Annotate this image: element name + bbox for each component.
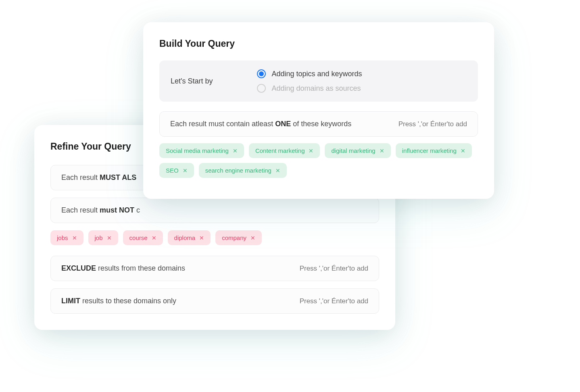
close-icon[interactable]: ✕ [233,148,238,154]
start-label: Let's Start by [171,77,213,85]
start-radio-group: Adding topics and keywords Adding domain… [257,69,362,93]
radio-option-domains[interactable]: Adding domains as sources [257,84,362,93]
keyword-tag: digital marketing ✕ [325,143,390,158]
radio-icon [257,84,266,93]
exclude-tag: jobs ✕ [50,230,83,245]
tag-label: company [222,234,246,241]
must-also-label: Each result MUST ALS [61,173,136,182]
close-icon[interactable]: ✕ [309,148,313,154]
build-query-card: Build Your Query Let's Start by Adding t… [143,22,494,199]
radio-label-topics: Adding topics and keywords [271,70,362,78]
tag-label: jobs [57,234,68,241]
tag-label: diploma [174,234,196,241]
limit-domains-row[interactable]: LIMIT results to these domains only [50,288,379,314]
limit-domains-label: LIMIT results to these domains only [61,297,176,305]
build-title: Build Your Query [159,38,478,49]
keyword-row-label: Each result must contain atleast ONE of … [170,120,351,128]
start-box: Let's Start by Adding topics and keyword… [159,60,478,102]
exclude-domains-label: EXCLUDE results from these domains [61,264,185,273]
radio-label-domains: Adding domains as sources [271,84,361,93]
close-icon[interactable]: ✕ [461,148,465,154]
radio-option-topics[interactable]: Adding topics and keywords [257,69,362,78]
keyword-tag: Social media marketing ✕ [159,143,244,158]
tag-label: influencer marketing [402,147,457,154]
keyword-tag: search engine marketing ✕ [199,163,287,178]
must-not-label: Each result must NOT c [61,206,140,215]
tag-label: SEO [166,167,179,174]
close-icon[interactable]: ✕ [152,235,156,241]
tag-label: digital marketing [331,147,375,154]
must-not-row[interactable]: Each result must NOT c [50,198,379,223]
close-icon[interactable]: ✕ [107,235,112,241]
exclude-tag: diploma ✕ [168,230,211,245]
tag-label: Content marketing [255,147,305,154]
close-icon[interactable]: ✕ [72,235,77,241]
close-icon[interactable]: ✕ [275,167,280,174]
keyword-input-row[interactable]: Each result must contain atleast ONE of … [159,111,478,137]
exclude-tag: job ✕ [88,230,118,245]
exclude-domains-input[interactable] [283,265,368,273]
close-icon[interactable]: ✕ [250,235,255,241]
tag-label: Social media marketing [166,147,229,154]
tag-label: job [95,234,103,241]
exclude-tag: company ✕ [215,230,262,245]
radio-icon [257,69,266,78]
close-icon[interactable]: ✕ [183,167,188,174]
keyword-tag: Content marketing ✕ [249,143,320,158]
tag-label: search engine marketing [205,167,271,174]
exclude-tag: course ✕ [123,230,163,245]
exclude-domains-row[interactable]: EXCLUDE results from these domains [50,256,379,281]
close-icon[interactable]: ✕ [380,148,384,154]
close-icon[interactable]: ✕ [199,235,204,241]
keyword-tag: SEO ✕ [159,163,194,178]
keyword-tag: influencer marketing ✕ [396,143,472,158]
limit-domains-input[interactable] [283,297,368,305]
keyword-input[interactable] [382,120,467,128]
keyword-tags-container: Social media marketing ✕ Content marketi… [159,143,478,178]
tag-label: course [129,234,148,241]
exclude-tags-container: jobs ✕ job ✕ course ✕ diploma ✕ company … [50,230,379,245]
